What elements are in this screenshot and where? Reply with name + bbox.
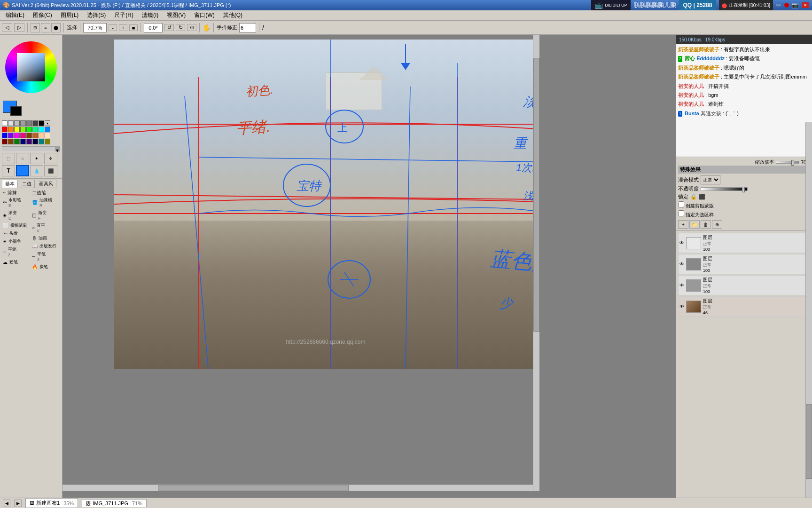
canvas-scrollbar-h[interactable] (62, 484, 539, 491)
brush-watercolor[interactable]: ✏ 水彩笔 E (2, 197, 30, 208)
swatch-cyan-blue[interactable] (45, 127, 50, 132)
brush-straight[interactable]: ○ 直平 V (31, 222, 59, 234)
brush-oil[interactable]: 🛢 油画 (31, 235, 59, 242)
canvas-scroll-left[interactable]: ◀ (3, 500, 10, 507)
swatch-blue[interactable] (2, 133, 8, 138)
swatch-black[interactable] (39, 120, 44, 126)
pen-icon[interactable]: ✏ (776, 1, 781, 9)
swatch-expand[interactable]: ▾ (45, 120, 50, 126)
rate-slider[interactable] (776, 161, 799, 164)
menu-item-layer[interactable]: 图层(L) (57, 10, 83, 20)
swatch-pink[interactable] (20, 133, 26, 138)
canvas-scroll-right[interactable]: ▶ (14, 500, 22, 507)
rotate-left-btn[interactable]: ↺ (164, 24, 174, 31)
brush-gradient-f[interactable]: ◫ 渐变 F (31, 209, 59, 221)
swatch-dk-red[interactable] (2, 139, 8, 144)
chat-area[interactable]: 奶茶品鉴师破破子 : 有些字真的认不出来 2 茜心 Edddddddz : 要准… (676, 44, 812, 157)
brush-tab-style[interactable]: 画具风 (36, 180, 56, 188)
color-picker-square[interactable] (17, 53, 45, 81)
menu-item-view[interactable]: 视图(V) (163, 10, 189, 20)
toolbar-nav-next[interactable]: ▷ (14, 23, 24, 32)
swatch-yellow[interactable] (14, 127, 20, 132)
brush-stroke[interactable]: ⬜ 横幅笔刷 (2, 222, 30, 229)
drawing-canvas[interactable]: 初色. 平绪. 上 宝特 淡 重 1次. 浅 蓝色的 少 (114, 40, 537, 369)
layer-item-1[interactable]: 👁 图层 正常 100 (678, 233, 810, 253)
menu-item-other[interactable]: 其他(Q) (219, 10, 246, 20)
toolbar-nav-prev[interactable]: ◁ (2, 23, 12, 32)
brush-hair[interactable]: 〰 头发 (2, 230, 30, 237)
swatch-dk-orange[interactable] (8, 139, 14, 144)
scrollbar-v-thumb[interactable] (533, 58, 539, 332)
swatch-brown-dark[interactable] (26, 133, 32, 138)
brush-smear[interactable]: ~ 涂抹 (2, 189, 30, 197)
palette-scrollbar[interactable]: ▾ (2, 146, 60, 151)
color-wheel-area[interactable] (0, 37, 62, 98)
swatch-yellow-green[interactable] (20, 127, 26, 132)
opacity-slider[interactable] (701, 187, 748, 191)
swatch-navy[interactable] (32, 139, 38, 144)
zoom-dec-btn[interactable]: - (109, 24, 117, 31)
menu-item-select[interactable]: 选择(S) (83, 10, 109, 20)
brush-binary[interactable]: 二值笔 (31, 189, 59, 197)
grid-view-icon[interactable]: ⊞ (31, 23, 40, 32)
zoom-inc-btn[interactable]: + (119, 24, 127, 31)
swatch-dk-green[interactable] (14, 139, 20, 144)
new-layer-btn[interactable]: + (678, 220, 688, 229)
background-color[interactable] (10, 106, 22, 116)
swatch-gray1[interactable] (8, 120, 14, 126)
brush-charcoal[interactable]: 🔥 炭笔 (31, 263, 59, 270)
new-folder-btn[interactable]: 📁 (689, 220, 700, 229)
menu-item-filter[interactable]: 滤镜(I) (138, 10, 162, 20)
clip-checkbox[interactable] (678, 201, 684, 207)
layer-3-visibility[interactable]: 👁 (679, 283, 684, 288)
brush-bucket[interactable]: 🪣 油漆桶 R (31, 197, 59, 208)
right-panel-scrollbar[interactable] (805, 122, 812, 498)
del-layer-btn[interactable]: 🗑 (701, 220, 711, 229)
menu-item-window[interactable]: 窗口(W) (190, 10, 218, 20)
tab-canvas-1[interactable]: 🖼 新建画布1 35% (25, 498, 78, 508)
brush-chalk[interactable]: ☁ 粉笔 (2, 259, 30, 266)
swatch-magenta[interactable] (14, 133, 20, 138)
menu-item-ruler[interactable]: 尺子(R) (110, 10, 137, 20)
swatch-skin[interactable] (39, 133, 44, 138)
mask-checkbox[interactable] (678, 210, 684, 216)
merge-layer-btn[interactable]: ⊕ (712, 220, 722, 229)
correction-input[interactable] (239, 23, 256, 32)
zoom-fit-btn[interactable]: ■ (129, 24, 138, 31)
fill-tool[interactable]: ⬛ (44, 165, 57, 176)
brush-tab-binary[interactable]: 二值 (19, 180, 35, 188)
clip-label[interactable]: 创建剪贴蒙版 (678, 201, 810, 209)
swatch-olive[interactable] (45, 139, 50, 144)
right-scroll-thumb[interactable] (806, 404, 812, 479)
menu-item-image[interactable]: 图像(C) (29, 10, 56, 20)
swatch-gray4[interactable] (26, 120, 32, 126)
swatch-dk-blue[interactable] (20, 139, 26, 144)
swatch-cyan-green[interactable] (32, 127, 38, 132)
canvas-scrollbar-v[interactable] (533, 35, 539, 491)
mask-label[interactable]: 指定为选区样 (678, 210, 810, 218)
swatch-green[interactable] (26, 127, 32, 132)
layer-2-visibility[interactable]: 👁 (679, 262, 684, 267)
color-swatch-tool[interactable] (16, 165, 29, 176)
camera-icon[interactable]: 📷 (792, 2, 799, 8)
menu-item-edit[interactable]: 编辑(E) (2, 10, 28, 20)
swatch-cyan[interactable] (39, 127, 44, 132)
move-tool[interactable]: ✛ (44, 153, 57, 164)
brush-gradient-d[interactable]: ◈ 渐变 D (2, 209, 30, 221)
swatch-orange[interactable] (8, 127, 14, 132)
swatch-lt-skin[interactable] (45, 133, 50, 138)
swatch-white[interactable] (2, 120, 8, 126)
select-rect-tool[interactable]: ⬚ (2, 153, 15, 164)
rate-thumb[interactable] (791, 160, 794, 166)
blend-mode-select[interactable]: 正常 (701, 175, 720, 184)
layer-1-visibility[interactable]: 👁 (679, 240, 684, 246)
swatch-purple[interactable] (8, 133, 14, 138)
close-button[interactable]: ✕ (802, 2, 809, 8)
rotate-right-btn[interactable]: ↻ (176, 24, 185, 31)
palette-scroll-btn[interactable]: ▾ (55, 147, 60, 151)
layer-item-3[interactable]: 👁 图层 正常 100 (678, 275, 810, 295)
list-view-icon[interactable]: ≡ (41, 23, 50, 32)
reset-angle-btn[interactable]: ⊙ (187, 24, 196, 31)
eyedrop-tool[interactable]: 💧 (30, 165, 43, 176)
swatch-gray3[interactable] (20, 120, 26, 126)
